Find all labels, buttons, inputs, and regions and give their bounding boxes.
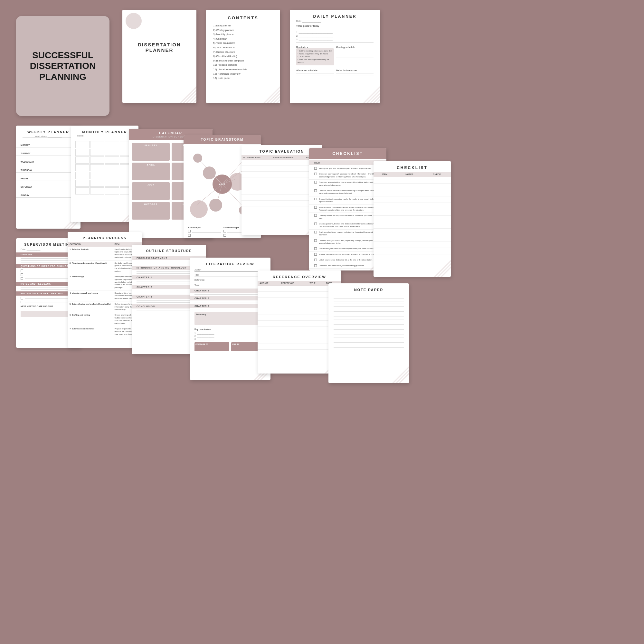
stripe-decoration — [177, 84, 196, 103]
goal-1: 1. ___________________________ — [290, 31, 380, 34]
bs-circle — [193, 154, 202, 163]
col-notes: NOTES — [396, 172, 423, 177]
adv-line — [192, 230, 221, 233]
bs-circle — [190, 200, 208, 218]
advantages-col: Advantages — [188, 226, 221, 238]
cell — [279, 332, 308, 338]
day-label: THURSDAY — [21, 169, 35, 171]
contents-item: 1) Daily planner — [213, 24, 273, 28]
note-line — [334, 347, 404, 348]
item-text: Ensure that the introduction hooks the r… — [319, 198, 381, 203]
cell — [374, 228, 396, 235]
svg-line-2 — [184, 90, 196, 103]
note-line — [334, 306, 404, 307]
month-label: JANUARY — [133, 144, 168, 147]
cl-row — [374, 235, 451, 241]
title-underline — [194, 277, 266, 277]
cell — [308, 292, 324, 298]
cell — [308, 309, 324, 315]
cell — [271, 171, 304, 177]
mp-cell — [90, 141, 104, 148]
day-label: MONDAY — [21, 144, 35, 146]
reference-underline — [194, 282, 266, 282]
cell — [374, 248, 396, 254]
day-label: SUNDAY — [21, 194, 35, 196]
reminders-col: Reminders • Get the most important tasks… — [296, 46, 334, 65]
planning-table: CATEGORY ITEM 1. Selecting the topic Ide… — [68, 242, 142, 337]
day-label: SATURDAY — [21, 186, 35, 188]
svg-line-49 — [393, 367, 409, 383]
note-line — [334, 314, 404, 314]
cell — [374, 196, 396, 203]
category-cell: 5. Data collection and analysis (if appl… — [68, 301, 112, 312]
cell — [374, 222, 396, 228]
contents-item: 13) Note paper — [213, 76, 273, 81]
contents-item: 11) Literature review template — [213, 67, 273, 72]
cell — [308, 338, 324, 344]
note-line — [334, 345, 404, 345]
calendar-header: CALENDAR — [129, 129, 213, 136]
title-line1: SUCCESSFUL — [32, 50, 93, 60]
cell — [423, 177, 451, 183]
svg-line-7 — [264, 87, 280, 103]
cell — [258, 309, 279, 315]
outline-header: OUTLINE STRUCTURE — [132, 245, 206, 255]
adv-item — [188, 238, 221, 238]
cell — [423, 235, 451, 241]
category-cell: 1. Selecting the topic — [68, 247, 112, 260]
goals-header: Three goals for today — [290, 24, 380, 28]
cal-apr: APRIL — [132, 163, 170, 180]
svg-line-1 — [180, 87, 196, 103]
checkbox — [314, 253, 317, 256]
checkbox — [314, 247, 317, 250]
cell — [258, 321, 279, 327]
monthly-planner-header: MONTHLY PLANNER — [71, 126, 138, 135]
col-author: AUTHOR — [258, 281, 279, 286]
checkbox — [314, 259, 317, 261]
mp-cell — [75, 149, 90, 156]
divider — [296, 29, 374, 29]
cell — [423, 241, 451, 248]
adv-item — [188, 230, 221, 233]
compare-box: COMPARE TO — [194, 342, 229, 351]
mp-cell — [105, 156, 119, 164]
day-label: WEDNESDAY — [21, 161, 35, 163]
advantages-label: Advantages — [188, 226, 221, 229]
stripe-decoration — [261, 84, 280, 103]
cl-row — [374, 241, 451, 248]
pp-row: 7. Submission and defence Prepare argume… — [68, 326, 142, 337]
notes-col: Notes for tomorrow — [336, 69, 374, 86]
monthly-planner-card: MONTHLY PLANNER Month: ___________ — [71, 126, 138, 222]
note-line — [334, 322, 404, 322]
note-line — [334, 327, 404, 327]
checkbox — [314, 239, 317, 242]
cell — [423, 248, 451, 254]
mp-cell — [105, 164, 119, 171]
bs-circle — [203, 166, 216, 179]
daily-planner-card: DAILY PLANNER Date: _______________ Thre… — [290, 10, 380, 103]
cell — [423, 215, 451, 222]
note-line — [334, 329, 404, 330]
mp-cell — [75, 141, 90, 148]
deco-circle-tl — [126, 13, 142, 29]
svg-line-10 — [274, 97, 280, 103]
month-label: APRIL — [133, 164, 168, 166]
cell — [423, 183, 451, 190]
cell — [423, 209, 451, 215]
cl-row — [374, 222, 451, 228]
checkbox — [314, 231, 317, 233]
checkbox — [314, 189, 317, 192]
reminders-label: Reminders — [296, 46, 334, 48]
cell — [271, 189, 304, 194]
item-text: Discuss patterns, themes and debates in … — [319, 223, 381, 228]
checklist-filled-header: CHECKLIST — [309, 148, 386, 159]
contents-header: CONTENTS — [206, 10, 280, 24]
cell — [423, 222, 451, 228]
cell — [258, 344, 279, 350]
contents-item: 7) Outline structure — [213, 50, 273, 54]
note-line — [334, 332, 404, 332]
cl-row — [374, 248, 451, 254]
note-line — [334, 335, 404, 335]
contents-item: 3) Monthly planner — [213, 32, 273, 37]
reminders-morning-grid: Reminders • Get the most important tasks… — [290, 44, 380, 67]
